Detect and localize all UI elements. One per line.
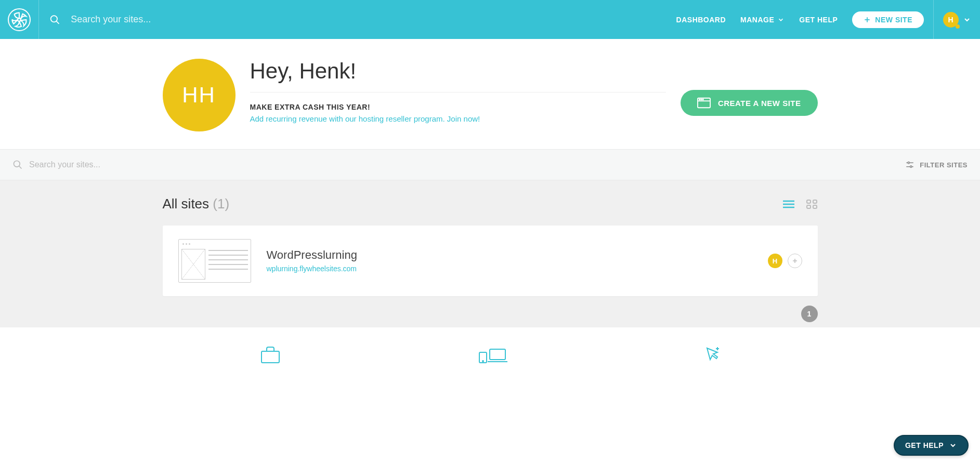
briefcase-icon — [260, 346, 281, 364]
site-name: WordPresslurning — [267, 248, 357, 262]
promo-heading: MAKE EXTRA CASH THIS YEAR! — [250, 103, 666, 111]
pagination: 1 — [801, 306, 818, 322]
new-site-button[interactable]: NEW SITE — [852, 11, 924, 28]
svg-line-2 — [57, 21, 59, 24]
chevron-down-icon — [777, 16, 785, 23]
view-toggle — [782, 200, 818, 209]
logo[interactable] — [0, 0, 39, 39]
user-menu[interactable]: H — [933, 0, 980, 39]
sites-search-input[interactable] — [29, 160, 185, 169]
sites-count: (1) — [213, 196, 229, 211]
svg-rect-20 — [813, 200, 817, 203]
create-new-site-button[interactable]: CREATE A NEW SITE — [681, 90, 818, 116]
site-card[interactable]: WordPresslurning wplurning.flywheelsites… — [163, 226, 818, 296]
list-view-icon[interactable] — [782, 200, 795, 209]
sites-header: All sites (1) — [163, 196, 818, 212]
avatar: H — [943, 12, 959, 28]
svg-point-15 — [910, 166, 912, 167]
svg-rect-19 — [807, 200, 811, 203]
svg-point-10 — [14, 161, 20, 167]
svg-point-29 — [482, 361, 484, 362]
greeting: Hey, Henk! — [250, 59, 666, 92]
filter-sites-label: FILTER SITES — [920, 161, 968, 169]
chevron-down-icon — [963, 16, 971, 24]
create-button-label: CREATE A NEW SITE — [718, 99, 801, 108]
browser-window-icon — [697, 97, 711, 109]
page-number[interactable]: 1 — [801, 306, 818, 322]
cursor-sparkle-icon — [705, 346, 721, 364]
svg-point-13 — [908, 162, 909, 164]
header-search-input[interactable] — [71, 14, 665, 25]
welcome-section: HH Hey, Henk! MAKE EXTRA CASH THIS YEAR!… — [163, 39, 818, 149]
site-thumbnail — [178, 239, 251, 283]
svg-rect-21 — [807, 205, 811, 208]
svg-rect-26 — [490, 349, 505, 360]
header-nav: DASHBOARD MANAGE GET HELP NEW SITE — [676, 11, 933, 28]
pinwheel-icon — [11, 11, 28, 28]
grid-view-icon[interactable] — [806, 200, 818, 209]
nav-get-help[interactable]: GET HELP — [799, 16, 838, 24]
user-avatar-large: HH — [163, 59, 236, 131]
site-actions: H — [768, 254, 802, 268]
nav-manage[interactable]: MANAGE — [740, 16, 785, 24]
plus-icon — [792, 258, 798, 264]
promo-link[interactable]: Add recurring revenue with our hosting r… — [250, 114, 480, 123]
nav-manage-label: MANAGE — [740, 16, 774, 24]
devices-icon — [478, 348, 507, 364]
filter-bar: FILTER SITES — [0, 149, 980, 180]
filter-sites-button[interactable]: FILTER SITES — [905, 160, 968, 169]
new-site-label: NEW SITE — [875, 16, 912, 24]
footer-peek — [0, 327, 980, 364]
sites-title: All sites (1) — [163, 196, 230, 212]
site-owner-avatar[interactable]: H — [768, 254, 782, 268]
sites-title-text: All sites — [163, 196, 213, 211]
svg-point-1 — [51, 16, 57, 22]
svg-point-7 — [699, 99, 700, 100]
site-url[interactable]: wplurning.flywheelsites.com — [267, 264, 357, 273]
search-icon — [49, 14, 60, 25]
svg-point-8 — [701, 99, 701, 100]
site-info: WordPresslurning wplurning.flywheelsites… — [267, 248, 357, 273]
plus-icon — [864, 16, 871, 23]
sites-section: All sites (1) WordPresslurning wplurning… — [0, 180, 980, 327]
header-search — [39, 14, 676, 25]
svg-rect-25 — [262, 351, 279, 363]
svg-point-9 — [702, 99, 703, 100]
search-icon — [12, 160, 23, 170]
svg-line-11 — [19, 166, 22, 169]
sliders-icon — [905, 160, 914, 169]
nav-dashboard[interactable]: DASHBOARD — [676, 16, 726, 24]
welcome-text: Hey, Henk! MAKE EXTRA CASH THIS YEAR! Ad… — [250, 59, 666, 124]
top-header: DASHBOARD MANAGE GET HELP NEW SITE H — [0, 0, 980, 39]
add-collaborator-button[interactable] — [788, 254, 802, 268]
svg-rect-22 — [813, 205, 817, 208]
